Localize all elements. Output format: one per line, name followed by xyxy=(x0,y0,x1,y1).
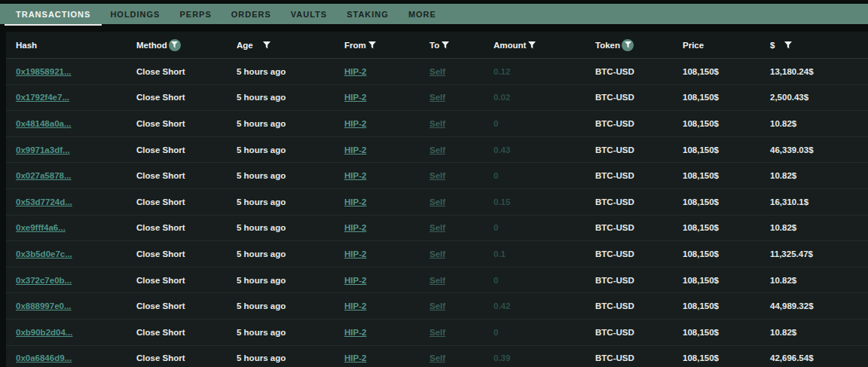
age-cell: 5 hours ago xyxy=(227,171,335,180)
amount-cell: 0 xyxy=(484,328,585,337)
amount-cell: 0.39 xyxy=(484,353,585,362)
column-header[interactable]: Token xyxy=(585,39,673,51)
transactions-table: Hash Method Age From To xyxy=(6,32,868,367)
column-header[interactable]: Method xyxy=(127,39,227,51)
nav-tab[interactable]: ORDERS xyxy=(222,4,281,24)
filter-icon[interactable] xyxy=(784,41,792,49)
top-navbar: TRANSACTIONSHOLDINGSPERPSORDERSVAULTSSTA… xyxy=(0,4,868,24)
nav-tab[interactable]: MORE xyxy=(399,4,446,24)
hash-link[interactable]: 0x1792f4e7... xyxy=(16,93,69,102)
token-cell: BTC-USD xyxy=(585,249,673,258)
to-link[interactable]: Self xyxy=(429,276,445,285)
hash-link[interactable]: 0x027a5878... xyxy=(16,171,72,180)
from-cell: HIP-2 xyxy=(335,197,420,206)
hash-link[interactable]: 0xe9fff4a6... xyxy=(16,223,66,232)
to-link[interactable]: Self xyxy=(429,353,445,362)
hash-link[interactable]: 0x0a6846d9... xyxy=(16,353,72,362)
method-cell: Close Short xyxy=(127,328,227,337)
from-link[interactable]: HIP-2 xyxy=(344,301,366,310)
price-cell: 108,150$ xyxy=(673,353,760,362)
from-link[interactable]: HIP-2 xyxy=(344,67,366,76)
table-row: 0x1792f4e7... Close Short 5 hours ago HI… xyxy=(6,85,868,112)
age-cell: 5 hours ago xyxy=(227,197,335,206)
hash-link[interactable]: 0x53d7724d... xyxy=(16,197,72,206)
hash-cell: 0x3b5d0e7c... xyxy=(6,249,127,258)
token-cell: BTC-USD xyxy=(585,197,673,206)
to-cell: Self xyxy=(420,119,484,128)
column-header[interactable]: Age xyxy=(227,41,335,50)
filter-icon[interactable] xyxy=(622,39,634,51)
table-row: 0xb90b2d04... Close Short 5 hours ago HI… xyxy=(6,320,868,346)
usd-value-cell: 11,325.47$ xyxy=(760,249,868,258)
hash-link[interactable]: 0x48148a0a... xyxy=(16,119,72,128)
from-link[interactable]: HIP-2 xyxy=(344,249,366,258)
column-header[interactable]: From xyxy=(335,41,420,50)
to-link[interactable]: Self xyxy=(429,67,445,76)
to-link[interactable]: Self xyxy=(429,119,445,128)
age-cell: 5 hours ago xyxy=(227,301,335,310)
filter-icon[interactable] xyxy=(169,39,181,51)
from-link[interactable]: HIP-2 xyxy=(344,93,366,102)
filter-icon[interactable] xyxy=(442,41,449,49)
from-cell: HIP-2 xyxy=(335,301,420,310)
to-link[interactable]: Self xyxy=(429,249,445,258)
token-cell: BTC-USD xyxy=(585,171,673,180)
from-link[interactable]: HIP-2 xyxy=(344,276,366,285)
to-link[interactable]: Self xyxy=(429,328,445,337)
price-cell: 108,150$ xyxy=(673,223,760,232)
column-header[interactable]: Hash xyxy=(6,41,127,50)
hash-link[interactable]: 0x888997e0... xyxy=(16,301,72,310)
column-header[interactable]: Amount xyxy=(484,41,585,50)
filter-icon[interactable] xyxy=(368,41,376,49)
from-link[interactable]: HIP-2 xyxy=(344,197,366,206)
from-link[interactable]: HIP-2 xyxy=(344,171,366,180)
to-link[interactable]: Self xyxy=(429,171,445,180)
nav-tab[interactable]: PERPS xyxy=(170,4,221,24)
method-cell: Close Short xyxy=(127,67,227,76)
to-link[interactable]: Self xyxy=(429,93,445,102)
amount-cell: 0.15 xyxy=(484,197,585,206)
column-header[interactable]: $ xyxy=(760,41,868,50)
price-cell: 108,150$ xyxy=(673,249,760,258)
hash-cell: 0x027a5878... xyxy=(6,171,127,180)
hash-link[interactable]: 0x9971a3df... xyxy=(16,145,70,154)
hash-link[interactable]: 0x372c7e0b... xyxy=(16,276,72,285)
to-link[interactable]: Self xyxy=(429,145,445,154)
nav-tab[interactable]: TRANSACTIONS xyxy=(6,4,100,24)
to-link[interactable]: Self xyxy=(429,223,445,232)
from-cell: HIP-2 xyxy=(335,93,420,102)
nav-tab[interactable]: STAKING xyxy=(337,4,399,24)
from-link[interactable]: HIP-2 xyxy=(344,119,366,128)
usd-value-cell: 46,339.03$ xyxy=(760,145,868,154)
age-cell: 5 hours ago xyxy=(227,67,335,76)
filter-icon[interactable] xyxy=(263,41,270,49)
filter-icon[interactable] xyxy=(528,41,536,49)
method-cell: Close Short xyxy=(127,119,227,128)
hash-link[interactable]: 0x3b5d0e7c... xyxy=(16,249,72,258)
column-header[interactable]: To xyxy=(420,41,484,50)
to-link[interactable]: Self xyxy=(429,197,445,206)
to-cell: Self xyxy=(420,145,484,154)
token-cell: BTC-USD xyxy=(585,67,673,76)
from-link[interactable]: HIP-2 xyxy=(344,353,366,362)
to-cell: Self xyxy=(420,223,484,232)
hash-link[interactable]: 0x19858921... xyxy=(16,67,72,76)
nav-tab[interactable]: HOLDINGS xyxy=(100,4,170,24)
to-link[interactable]: Self xyxy=(429,301,445,310)
price-cell: 108,150$ xyxy=(673,93,760,102)
hash-link[interactable]: 0xb90b2d04... xyxy=(16,328,72,337)
token-cell: BTC-USD xyxy=(585,145,673,154)
from-link[interactable]: HIP-2 xyxy=(344,223,366,232)
token-cell: BTC-USD xyxy=(585,276,673,285)
nav-tab[interactable]: VAULTS xyxy=(281,4,337,24)
to-cell: Self xyxy=(420,276,484,285)
price-cell: 108,150$ xyxy=(673,328,760,337)
from-link[interactable]: HIP-2 xyxy=(344,328,366,337)
column-header[interactable]: Price xyxy=(673,41,760,50)
price-cell: 108,150$ xyxy=(673,171,760,180)
to-cell: Self xyxy=(420,93,484,102)
from-link[interactable]: HIP-2 xyxy=(344,145,366,154)
age-cell: 5 hours ago xyxy=(227,93,335,102)
hash-cell: 0x888997e0... xyxy=(6,301,127,310)
token-cell: BTC-USD xyxy=(585,353,673,362)
